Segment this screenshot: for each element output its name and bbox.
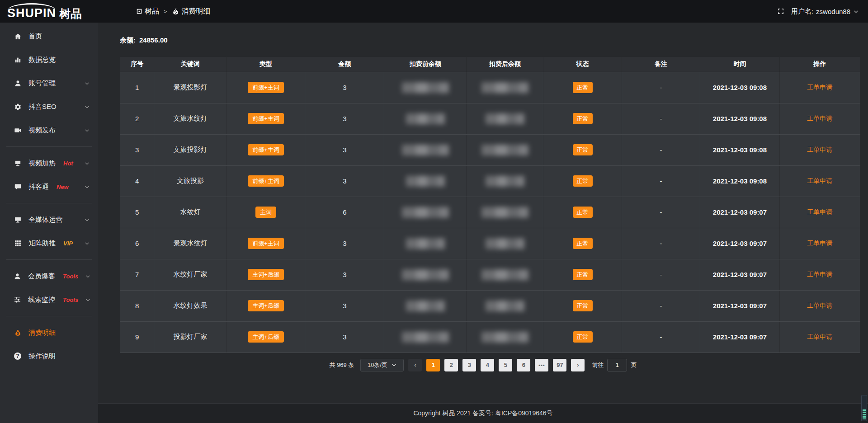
- username-value: zswodun88: [816, 8, 850, 15]
- sidebar-item-user[interactable]: 账号管理: [0, 71, 98, 95]
- table-row: 9 投影灯厂家 主词+后缀 3 正常 - 2021-12-03 09:07 工单…: [120, 321, 860, 352]
- cell-status: 正常: [543, 228, 622, 259]
- row-number: 4: [135, 177, 139, 185]
- row-number: 5: [135, 208, 139, 216]
- goto-suffix: 页: [631, 361, 637, 369]
- type-badge: 前缀+主词: [248, 82, 284, 93]
- table-row: 5 水纹灯 主词 6 正常 - 2021-12-03 09:07 工单申请: [120, 197, 860, 228]
- cell-index: 6: [120, 228, 154, 259]
- cell-balance-after: [467, 72, 543, 103]
- remark-text: -: [660, 240, 662, 247]
- cell-balance-before: [384, 290, 467, 321]
- page-button-5[interactable]: 5: [499, 359, 512, 371]
- breadcrumb-current[interactable]: 消费明细: [172, 7, 211, 16]
- work-order-link[interactable]: 工单申请: [807, 115, 832, 122]
- work-order-link[interactable]: 工单申请: [807, 146, 832, 153]
- type-badge: 前缀+主词: [248, 238, 284, 249]
- column-header: 扣费后余额: [467, 57, 543, 72]
- sidebar-item-sliders[interactable]: 线索监控 Tools: [0, 288, 98, 311]
- cell-index: 4: [120, 165, 154, 197]
- work-order-link[interactable]: 工单申请: [807, 240, 832, 247]
- type-badge: 主词+后缀: [248, 300, 284, 311]
- cell-time: 2021-12-03 09:07: [700, 197, 779, 228]
- sidebar-item-grid[interactable]: 矩阵助推 VIP: [0, 231, 98, 255]
- cell-time: 2021-12-03 09:07: [700, 290, 779, 321]
- floating-widget[interactable]: [861, 395, 867, 421]
- work-order-link[interactable]: 工单申请: [807, 177, 832, 184]
- status-badge: 正常: [573, 238, 593, 249]
- page-size-select[interactable]: 10条/页: [360, 359, 404, 371]
- keyword-text: 文旅投影: [177, 177, 204, 184]
- grid-icon: [14, 240, 22, 247]
- sidebar-item-chat[interactable]: 抖客通 New: [0, 175, 98, 198]
- sidebar-item-question[interactable]: ? 操作说明: [0, 344, 98, 368]
- page-button-2[interactable]: 2: [444, 359, 458, 371]
- page-button-4[interactable]: 4: [481, 359, 494, 371]
- sidebar-item-badge: Tools: [63, 273, 78, 280]
- cell-remark: -: [622, 259, 700, 290]
- question-icon: ?: [14, 352, 22, 360]
- topbar: SHUPIN 树品 树品 > 消费明细 用户名: zswodun88: [0, 0, 868, 23]
- blurred-balance-after: [481, 145, 528, 155]
- type-badge: 主词+后缀: [248, 331, 284, 343]
- time-text: 2021-12-03 09:07: [713, 208, 767, 216]
- sidebar-item-wallet[interactable]: 消费明细: [0, 321, 98, 344]
- cell-amount: 6: [305, 197, 384, 228]
- column-header: 状态: [543, 57, 622, 72]
- type-badge: 主词+后缀: [248, 269, 284, 280]
- fullscreen-icon[interactable]: [777, 7, 785, 15]
- remark-text: -: [660, 84, 662, 91]
- user-menu[interactable]: 用户名: zswodun88: [791, 7, 859, 16]
- sidebar-item-member[interactable]: 会员爆客 Tools: [0, 264, 98, 288]
- wallet-icon: [172, 8, 179, 15]
- sidebar-item-monitor[interactable]: 全媒体运营: [0, 208, 98, 231]
- status-badge: 正常: [573, 207, 593, 218]
- work-order-link[interactable]: 工单申请: [807, 302, 832, 309]
- work-order-link[interactable]: 工单申请: [807, 271, 832, 278]
- page-button-6[interactable]: 6: [517, 359, 530, 371]
- time-text: 2021-12-03 09:07: [713, 302, 767, 310]
- blurred-balance-after: [486, 176, 524, 187]
- chevron-down-icon: [85, 297, 91, 303]
- page-button-1[interactable]: 1: [426, 359, 440, 371]
- goto-page: 前往 页: [592, 359, 637, 371]
- status-badge: 正常: [573, 82, 593, 93]
- widget-stripes: [863, 409, 866, 419]
- cell-balance-before: [384, 259, 467, 290]
- footer: Copyright 树品 2021 备案号: 粤ICP备09019646号: [98, 403, 868, 423]
- row-number: 8: [135, 302, 139, 310]
- sidebar-item-heat[interactable]: 视频加热 Hot: [0, 151, 98, 175]
- sidebar-item-chart[interactable]: 数据总览: [0, 48, 98, 71]
- status-badge: 正常: [573, 300, 593, 311]
- main-content: 余额: 24856.00 序号关键词类型金额扣费前余额扣费后余额状态备注时间操作…: [98, 23, 868, 423]
- column-header: 扣费前余额: [384, 57, 467, 72]
- prev-page-button[interactable]: ‹: [408, 359, 422, 371]
- cell-type: 主词: [226, 197, 305, 228]
- page-ellipsis-button[interactable]: •••: [535, 359, 548, 371]
- chevron-down-icon: [84, 217, 90, 223]
- type-badge: 主词: [255, 207, 276, 218]
- page-button-97[interactable]: 97: [553, 359, 566, 371]
- breadcrumb: 树品 > 消费明细: [136, 7, 211, 16]
- sidebar-item-gear[interactable]: 抖音SEO: [0, 95, 98, 118]
- amount-text: 3: [343, 333, 346, 341]
- work-order-link[interactable]: 工单申请: [807, 208, 832, 216]
- goto-page-input[interactable]: [607, 359, 627, 371]
- keyword-text: 水纹灯厂家: [174, 270, 208, 278]
- cell-action: 工单申请: [779, 197, 860, 228]
- sidebar-item-video[interactable]: 视频发布: [0, 118, 98, 142]
- cell-balance-after: [467, 134, 543, 165]
- goto-label: 前往: [592, 361, 604, 369]
- work-order-link[interactable]: 工单申请: [807, 333, 832, 340]
- work-order-link[interactable]: 工单申请: [807, 84, 832, 91]
- table-header-row: 序号关键词类型金额扣费前余额扣费后余额状态备注时间操作: [120, 57, 860, 72]
- keyword-text: 景观投影灯: [174, 83, 208, 91]
- column-header: 关键词: [154, 57, 226, 72]
- breadcrumb-home[interactable]: 树品: [136, 7, 159, 16]
- page-button-3[interactable]: 3: [462, 359, 476, 371]
- next-page-button[interactable]: ›: [571, 359, 585, 371]
- sidebar-item-home[interactable]: 首页: [0, 24, 98, 48]
- cell-keyword: 文旅投影灯: [154, 134, 226, 165]
- cell-balance-before: [384, 72, 467, 103]
- blurred-balance-before: [402, 145, 449, 155]
